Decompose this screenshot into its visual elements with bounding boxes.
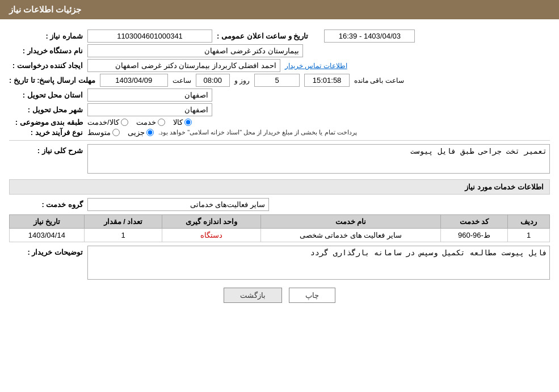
ijad-konande-value: احمد افضلی کاربرداز بیمارستان دکتر غرضی … xyxy=(87,59,280,72)
cell-vahed: دستگاه xyxy=(162,229,261,242)
mohlat-saat: 08:00 xyxy=(196,74,230,87)
cell-nam: سایر فعالیت های خدماتی شخصی xyxy=(261,229,441,242)
cell-tedad: 1 xyxy=(84,229,162,242)
khadamat-section-title: اطلاعات خدمات مورد نیاز xyxy=(9,179,550,195)
radio-jozei-label[interactable]: جزیی xyxy=(128,128,154,137)
radio-motavasset-label[interactable]: متوسط xyxy=(87,128,120,137)
cell-kod: ط-96-960 xyxy=(440,229,507,242)
radio-khedmat-label[interactable]: خدمت xyxy=(136,118,165,127)
mohlat-label: مهلت ارسال پاسخ: تا تاریخ : xyxy=(9,76,95,85)
radio-kala-label[interactable]: کالا xyxy=(173,118,192,127)
mohlat-saat-label: ساعت xyxy=(173,77,191,85)
sharh-label: شرح کلی نیاز : xyxy=(9,144,83,155)
radio-khedmat[interactable] xyxy=(158,119,165,126)
tabaqe-label: طبقه بندی موضوعی : xyxy=(9,118,83,127)
shahr-value: اصفهان xyxy=(87,103,212,116)
cell-tarikh: 1403/04/14 xyxy=(10,229,85,242)
col-tedad: تعداد / مقدار xyxy=(84,215,162,229)
mohlat-remaining: 15:01:58 xyxy=(304,74,350,87)
farayand-radio-group: متوسط جزیی xyxy=(87,128,154,137)
mohlat-roz: 5 xyxy=(254,74,300,87)
nooe-farayand-label: نوع فرآیند خرید : xyxy=(9,128,83,137)
tarikho-saat-label: تاریخ و ساعت اعلان عمومی : xyxy=(217,32,308,40)
services-table: ردیف کد خدمت نام خدمت واحد اندازه گیری ت… xyxy=(9,214,550,242)
table-row: 1 ط-96-960 سایر فعالیت های خدماتی شخصی د… xyxy=(10,229,550,242)
mohlat-remaining-label: ساعت باقی مانده xyxy=(354,77,404,85)
shahr-label: شهر محل تحویل : xyxy=(9,106,83,114)
print-button[interactable]: چاپ xyxy=(289,288,335,303)
radio-motavasset[interactable] xyxy=(112,129,120,136)
radio-kala-khedmat-label[interactable]: کالا/خدمت xyxy=(87,118,128,127)
shomara-niaz-value: 1103004601000341 xyxy=(87,29,212,43)
cell-radif: 1 xyxy=(508,229,550,242)
goroh-value: سایر فعالیت‌های خدماتی xyxy=(87,198,269,211)
ostan-label: استان محل تحویل : xyxy=(9,91,83,99)
sharh-textarea[interactable]: <span data-bind="fields.sharh_value"></s… xyxy=(87,144,550,174)
goroh-label: گروه خدمت : xyxy=(9,200,83,209)
mohlat-roz-label: روز و xyxy=(234,77,250,85)
tarikho-saat-value: 1403/04/03 - 16:39 xyxy=(324,29,415,43)
ostan-value: اصفهان xyxy=(87,88,212,102)
radio-kala-khedmat[interactable] xyxy=(121,119,128,126)
toseef-label: توضیحات خریدار : xyxy=(9,246,83,256)
shomara-niaz-label: شماره نیاز : xyxy=(9,32,83,40)
ijad-konande-label: ایجاد کننده درخواست : xyxy=(9,61,83,70)
col-radif: ردیف xyxy=(508,215,550,229)
radio-kala[interactable] xyxy=(184,119,192,126)
col-kod: کد خدمت xyxy=(440,215,507,229)
nam-dastgah-value: بیمارستان دکتر غرضی اصفهان xyxy=(87,44,303,57)
farayand-description: پرداخت تمام یا بخشی از مبلغ خریدار از مح… xyxy=(158,129,357,136)
mohlat-date: 1403/04/09 xyxy=(100,74,168,87)
back-button[interactable]: بازگشت xyxy=(224,288,282,303)
col-nam: نام خدمت xyxy=(261,215,441,229)
col-tarikh: تاریخ نیاز xyxy=(10,215,85,229)
radio-jozei[interactable] xyxy=(146,129,154,136)
page-title: جزئیات اطلاعات نیاز xyxy=(0,0,559,19)
tabaqe-radio-group: کالا/خدمت خدمت کالا xyxy=(87,118,192,127)
toseef-textarea[interactable] xyxy=(87,246,550,280)
button-bar: چاپ بازگشت xyxy=(9,288,550,303)
nam-dastgah-label: نام دستگاه خریدار : xyxy=(9,47,83,55)
ettelaat-tamas-link[interactable]: اطلاعات تماس خریدار xyxy=(285,62,347,70)
col-vahed: واحد اندازه گیری xyxy=(162,215,261,229)
